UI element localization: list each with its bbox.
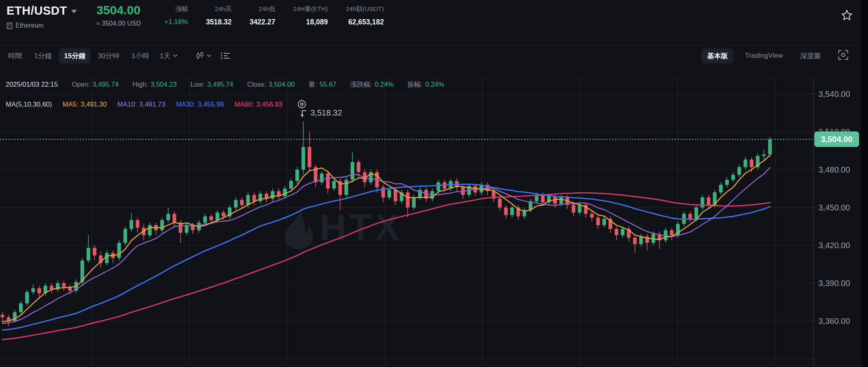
current-price-badge: 3,504.00	[814, 131, 859, 147]
favorite-star-icon[interactable]	[840, 9, 853, 24]
interval-time[interactable]: 時間	[3, 48, 27, 63]
interval-1h[interactable]: 1小時	[126, 48, 154, 63]
interval-30m[interactable]: 30分钟	[93, 48, 124, 63]
toolbar-divider	[187, 52, 187, 59]
header: ETH/USDT Ethereum 3504.00 ≈ 3504.00 USD	[0, 0, 868, 46]
candle-timestamp: 2025/01/03 22:15	[6, 81, 58, 88]
ohlc-close: Close:3,504.00	[247, 81, 295, 88]
interval-15m[interactable]: 15分鐘	[59, 48, 90, 63]
ohlc-high: High:3,504.23	[133, 81, 177, 88]
price-block: 3504.00 ≈ 3504.00 USD	[96, 3, 141, 27]
ma10-legend: MA10:3,481.73	[117, 100, 165, 108]
tab-tradingview[interactable]: TradingView	[739, 49, 789, 63]
ma-group-label: MA(5,10,30,60)	[6, 100, 52, 108]
high-annotation-value: 3,518.32	[310, 108, 342, 118]
stat-change: 漲幅 +1.16%	[164, 5, 188, 26]
screenshot-icon	[838, 50, 848, 60]
y-axis-tick-label: 3,450.00	[818, 203, 867, 212]
y-axis-tick-label: 3,540.00	[818, 90, 867, 99]
ohlc-volume: 量:55.67	[309, 80, 336, 89]
indicators-button[interactable]	[217, 50, 233, 62]
y-axis-tick-label: 3,360.00	[818, 317, 867, 326]
ohlc-change-pct: 漲跌幅:0.24%	[350, 80, 394, 89]
candlestick-icon	[196, 51, 204, 60]
page-background-strip	[861, 0, 868, 367]
ohlc-low: Low:3,495.74	[190, 81, 233, 88]
price-fiat-approx: ≈ 3504.00 USD	[96, 20, 141, 27]
indicators-icon	[220, 52, 230, 59]
ma-legend: MA(5,10,30,60) MA5:3,491.30 MA10:3,481.7…	[6, 99, 307, 109]
last-price: 3504.00	[96, 3, 141, 17]
session-high-annotation: 3,518.32	[299, 109, 342, 119]
stat-24h-turnover: 24h額(USDT) 62,653,182	[346, 5, 384, 26]
ohlc-legend: 2025/01/03 22:15 Open:3,495.74 High:3,50…	[6, 80, 444, 89]
ma5-legend: MA5:3,491.30	[63, 100, 107, 108]
stat-24h-low: 24h低 3422.27	[249, 5, 275, 26]
ticker-stats: 漲幅 +1.16% 24h高 3518.32 24h低 3422.27 24H量…	[164, 5, 384, 26]
ohlc-open: Open:3,495.74	[72, 81, 118, 88]
down-arrow-icon	[299, 109, 307, 119]
ohlc-amplitude: 振幅:0.24%	[408, 80, 444, 89]
stat-24h-volume: 24H量(ETH) 18,089	[293, 5, 328, 26]
toggle-indicators-visibility[interactable]	[297, 99, 307, 109]
chart-style-button[interactable]	[193, 49, 215, 63]
symbol-title: ETH/USDT	[7, 4, 67, 17]
chevron-down-icon	[207, 54, 212, 57]
chart-toolbar: 時間 1分鐘 15分鐘 30分钟 1小時 1天	[0, 46, 868, 66]
trading-app: HTX ETH/USDT Ethereum 3	[0, 0, 868, 367]
tab-depth-chart[interactable]: 深度圖	[794, 48, 827, 63]
interval-1d[interactable]: 1天	[157, 49, 181, 63]
symbol-selector[interactable]: ETH/USDT	[7, 4, 77, 17]
y-axis-tick-label: 3,420.00	[818, 241, 867, 250]
symbol-dropdown-icon[interactable]	[71, 10, 77, 13]
coin-doc-icon	[7, 22, 13, 29]
stat-24h-high: 24h高 3518.32	[206, 5, 231, 26]
ma60-legend: MA60:3,456.83	[234, 100, 282, 108]
chart-pane-bottom-border	[0, 365, 868, 365]
ma30-legend: MA30:3,455.98	[176, 100, 224, 108]
chevron-down-icon	[173, 54, 178, 57]
interval-1m[interactable]: 1分鐘	[29, 48, 57, 63]
y-axis-tick-label: 3,480.00	[818, 165, 867, 175]
coin-name-row[interactable]: Ethereum	[7, 22, 77, 29]
tab-basic-version[interactable]: 基本版	[701, 48, 733, 63]
coin-name: Ethereum	[15, 22, 44, 29]
y-axis-tick-label: 3,390.00	[818, 279, 867, 288]
chart-pane-top-border	[0, 78, 868, 78]
screenshot-button[interactable]	[832, 47, 854, 65]
